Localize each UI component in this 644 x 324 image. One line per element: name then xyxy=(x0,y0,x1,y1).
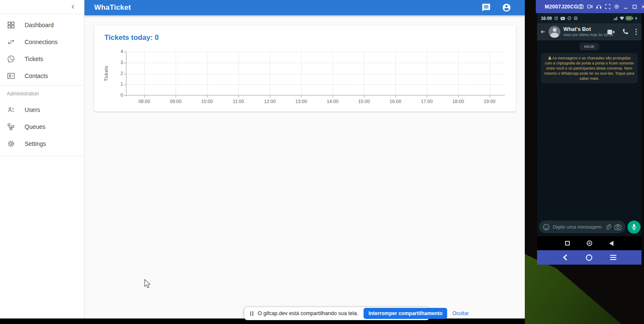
x-axis-tick xyxy=(333,95,333,98)
sidebar-item-label: Connections xyxy=(25,39,58,45)
chart-y-axis-title: Tickets xyxy=(104,66,109,81)
status-time: 16:09 xyxy=(541,16,552,21)
phone-window-titlebar: M2007J20CG xyxy=(536,0,644,13)
y-axis-tick xyxy=(124,52,126,52)
status-app-icon xyxy=(567,16,571,20)
home-button[interactable] xyxy=(587,240,592,246)
x-tick-label: 14:00 xyxy=(327,99,339,104)
grid-line-v xyxy=(238,52,239,95)
x-axis-tick xyxy=(238,95,239,98)
y-tick-label: 2 xyxy=(113,71,123,76)
grid-line-v xyxy=(301,52,302,95)
sidebar-header xyxy=(0,0,84,14)
x-tick-label: 09:00 xyxy=(170,99,182,104)
x-axis-tick xyxy=(207,95,207,98)
grid-line-h xyxy=(126,52,505,52)
sidebar-item-connections[interactable]: Connections xyxy=(0,34,84,50)
chat-header-icons xyxy=(607,28,638,35)
tree-icon xyxy=(6,122,16,131)
mic-icon xyxy=(631,223,637,230)
chart-plot: 4321008:0009:0010:0011:0012:0013:0014:00… xyxy=(126,52,505,95)
sidebar-item-settings[interactable]: Settings xyxy=(0,135,84,152)
share-message: O gifcap.dev está compartilhando sua tel… xyxy=(258,310,358,316)
grid-line-v xyxy=(458,52,459,95)
chat-bubble-icon[interactable] xyxy=(482,3,491,12)
y-tick-label: 0 xyxy=(113,92,123,98)
settings-gear-icon[interactable] xyxy=(614,4,620,10)
recents-button[interactable] xyxy=(565,241,570,246)
x-axis-tick xyxy=(144,95,145,98)
x-tick-label: 16:00 xyxy=(389,99,401,104)
headphones-icon[interactable] xyxy=(596,4,602,10)
x-axis-tick xyxy=(490,95,490,98)
x-axis-tick xyxy=(364,95,364,98)
mic-button[interactable] xyxy=(627,221,641,234)
sidebar-item-contacts[interactable]: Contacts xyxy=(0,67,84,84)
whaticket-app: WhaTicket xyxy=(0,0,525,324)
pause-icon[interactable] xyxy=(250,311,253,316)
stop-sharing-button[interactable]: Interromper compartilhamento xyxy=(364,308,447,319)
nav-home-circle-icon[interactable] xyxy=(586,254,592,261)
back-button[interactable] xyxy=(609,241,613,246)
nav-back-chevron-icon[interactable] xyxy=(562,254,568,261)
grid-line-v xyxy=(176,52,176,95)
emoji-icon[interactable] xyxy=(543,223,550,231)
sidebar-item-tickets[interactable]: Tickets xyxy=(0,50,84,67)
back-arrow-icon[interactable] xyxy=(540,28,546,35)
screen: WhaTicket xyxy=(0,0,644,324)
sidebar: Dashboard Connections xyxy=(0,0,84,318)
whatsapp-chat-header: What's Bot visto por último hoje às 16:0… xyxy=(537,23,641,40)
contact-avatar[interactable] xyxy=(549,26,560,38)
grid-line-h xyxy=(126,63,505,63)
mouse-cursor xyxy=(144,279,151,289)
sidebar-section-administration: Administration xyxy=(0,85,84,101)
message-input[interactable]: Digite uma mensagem xyxy=(539,221,625,233)
phone-window-title: M2007J20CG xyxy=(545,4,578,10)
record-video-icon[interactable] xyxy=(587,4,593,10)
grid-line-v xyxy=(270,52,270,95)
chat-last-seen: visto por último hoje às 16:08 xyxy=(563,32,604,37)
screenshot-camera-icon[interactable] xyxy=(578,4,584,10)
nav-menu-icon[interactable] xyxy=(610,255,616,260)
battery-icon xyxy=(626,16,633,20)
scrcpy-nav-bar xyxy=(537,250,641,265)
video-call-icon[interactable] xyxy=(607,29,615,35)
grid-line-v xyxy=(207,52,207,95)
chat-meta[interactable]: What's Bot visto por último hoje às 16:0… xyxy=(563,26,604,37)
grid-line-v xyxy=(395,52,396,95)
grid-line-v xyxy=(333,52,333,95)
sidebar-item-queues[interactable]: Queues xyxy=(0,118,84,135)
camera-icon[interactable] xyxy=(614,224,622,230)
x-tick-label: 15:00 xyxy=(358,99,370,104)
minimize-icon[interactable] xyxy=(623,4,629,10)
phone-mirror-window: M2007J20CG xyxy=(536,0,644,265)
tickets-today-card: Tickets today: 0 Tickets 4321008:0009:00… xyxy=(94,25,516,112)
sidebar-item-label: Tickets xyxy=(25,56,43,62)
desktop-background: M2007J20CG xyxy=(525,0,644,324)
grid-line-h xyxy=(126,74,505,74)
attach-icon[interactable] xyxy=(605,223,611,230)
header-icons xyxy=(482,3,511,12)
close-icon[interactable] xyxy=(641,4,644,10)
collapse-chevron-icon[interactable] xyxy=(70,3,76,10)
kebab-menu-icon[interactable] xyxy=(635,28,637,35)
grid-line-v xyxy=(490,52,490,95)
voice-call-icon[interactable] xyxy=(622,28,628,35)
x-axis-tick xyxy=(427,95,427,98)
fullscreen-icon[interactable] xyxy=(605,4,611,10)
x-tick-label: 12:00 xyxy=(264,99,276,104)
sidebar-item-users[interactable]: Users xyxy=(0,101,84,118)
x-tick-label: 18:00 xyxy=(452,99,464,104)
hide-link[interactable]: Ocultar xyxy=(452,310,469,316)
encryption-notice[interactable]: As mensagens e as chamadas são protegida… xyxy=(541,53,638,84)
maximize-icon[interactable] xyxy=(632,4,638,10)
sidebar-item-dashboard[interactable]: Dashboard xyxy=(0,17,84,34)
y-axis-tick xyxy=(124,95,126,96)
contact-card-icon xyxy=(6,71,16,81)
chat-area: HOJE As mensagens e as chamadas são prot… xyxy=(537,40,641,236)
app-header: WhaTicket xyxy=(84,0,525,15)
sidebar-item-label: Dashboard xyxy=(25,22,54,28)
y-axis-tick xyxy=(124,63,126,63)
sidebar-item-label: Contacts xyxy=(25,73,48,79)
account-circle-icon[interactable] xyxy=(502,3,511,12)
